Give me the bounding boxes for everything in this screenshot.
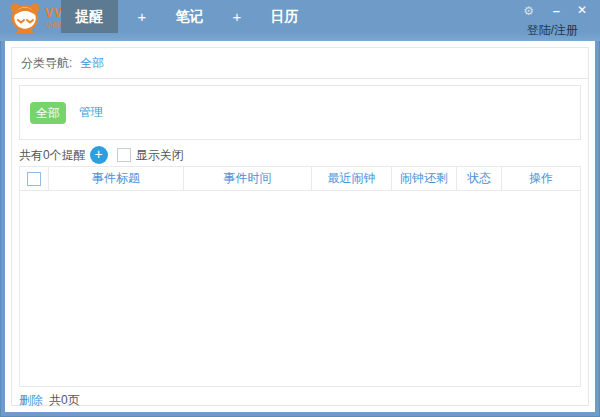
add-reminder-button[interactable]: + — [90, 146, 108, 164]
table-header-status: 状态 — [457, 167, 502, 190]
content-inner-panel: 分类导航: 全部 全部 管理 共有0个提醒 + 显示关闭 事件标题 — [11, 47, 589, 406]
tab-calendar[interactable]: 日历 — [261, 0, 308, 33]
mascot-girl-icon — [7, 1, 43, 33]
tab-reminders[interactable]: 提醒 — [61, 0, 118, 33]
select-all-checkbox[interactable] — [27, 172, 41, 186]
table-header-event-time: 事件时间 — [184, 167, 312, 190]
reminder-count-text: 共有0个提醒 — [19, 147, 86, 164]
delete-button[interactable]: 删除 — [19, 392, 43, 409]
table-footer: 删除 共0页 — [19, 392, 80, 409]
category-nav-label: 分类导航: — [21, 55, 72, 72]
reminders-table: 事件标题 事件时间 最近闹钟 闹钟还剩 状态 操作 — [19, 166, 581, 387]
table-header-row: 事件标题 事件时间 最近闹钟 闹钟还剩 状态 操作 — [20, 167, 580, 191]
category-box: 全部 管理 — [19, 85, 581, 140]
app-window: VV 小闹钟 提醒 + 笔记 + 日历 ⚙ – ✕ 登陆/注册 分类导航: 全部… — [0, 0, 600, 417]
table-empty-body — [20, 191, 580, 386]
close-button[interactable]: ✕ — [577, 3, 587, 17]
settings-gear-icon[interactable]: ⚙ — [523, 4, 534, 18]
login-register-link[interactable]: 登陆/注册 — [527, 22, 578, 39]
category-all-button[interactable]: 全部 — [30, 102, 66, 124]
app-logo: VV 小闹钟 — [7, 1, 66, 33]
minimize-button[interactable]: – — [553, 3, 560, 18]
topbar: VV 小闹钟 提醒 + 笔记 + 日历 ⚙ – ✕ 登陆/注册 — [0, 0, 600, 41]
table-header-select — [20, 167, 49, 190]
category-manage-link[interactable]: 管理 — [79, 104, 103, 121]
add-note-tab-button[interactable]: + — [213, 0, 261, 33]
content-panel: 分类导航: 全部 全部 管理 共有0个提醒 + 显示关闭 事件标题 — [5, 41, 595, 412]
reminder-toolbar: 共有0个提醒 + 显示关闭 — [19, 145, 184, 165]
tab-notes[interactable]: 笔记 — [166, 0, 213, 33]
category-nav-all-link[interactable]: 全部 — [80, 55, 104, 72]
add-reminder-tab-button[interactable]: + — [118, 0, 166, 33]
show-closed-checkbox[interactable] — [117, 148, 131, 162]
page-count-text: 共0页 — [49, 392, 80, 409]
table-header-latest-alarm: 最近闹钟 — [312, 167, 392, 190]
table-header-event-title: 事件标题 — [49, 167, 184, 190]
category-nav-row: 分类导航: 全部 — [12, 48, 588, 79]
show-closed-label: 显示关闭 — [136, 147, 184, 164]
table-header-actions: 操作 — [502, 167, 580, 190]
table-header-alarm-remaining: 闹钟还剩 — [392, 167, 457, 190]
tab-strip: 提醒 + 笔记 + 日历 — [61, 0, 308, 33]
